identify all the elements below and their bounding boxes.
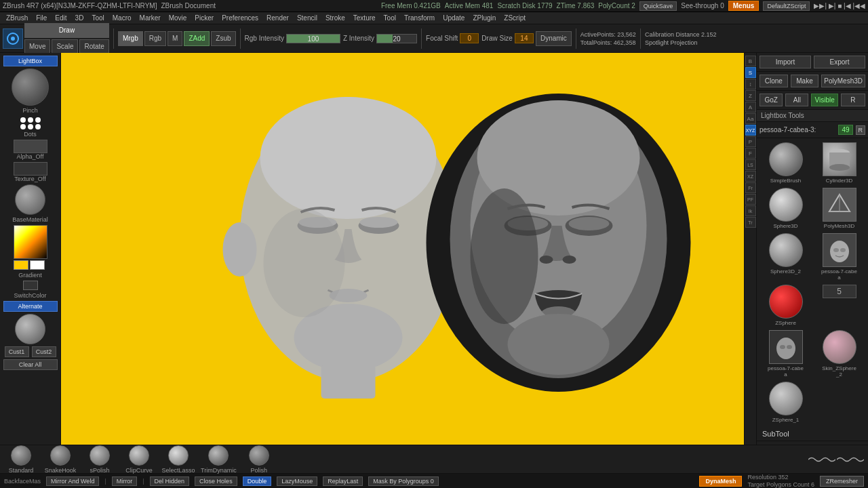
double-button[interactable]: Double (243, 476, 272, 486)
menu-picker[interactable]: Picker (191, 14, 217, 22)
brush-snakehook[interactable]: SnakeHook (43, 445, 77, 474)
menu-edit[interactable]: Edit (52, 14, 70, 22)
move-button[interactable]: Move (24, 39, 50, 54)
zadd-button[interactable]: ZAdd (184, 31, 210, 46)
menu-transform[interactable]: Transform (401, 14, 438, 22)
current-tool-r-btn[interactable]: R (856, 125, 866, 135)
tool-zsphere[interactable]: ZSphere (760, 283, 812, 327)
tool-sphere3d-2[interactable]: Sphere3D_2 (760, 232, 812, 282)
lightbox-button[interactable]: LightBox (3, 56, 58, 66)
side-xyz-btn[interactable]: XYZ (745, 125, 756, 136)
zsub-button[interactable]: Zsub (211, 31, 235, 46)
make-button[interactable]: Make (791, 75, 819, 87)
replay-last-button[interactable]: ReplayLast (323, 476, 363, 486)
visible-button[interactable]: Visible (811, 94, 837, 106)
mask-by-polygroups-button[interactable]: Mask By Polygroups 0 (368, 476, 439, 486)
clear-all-button[interactable]: Clear All (3, 359, 58, 370)
z-intensity-slider[interactable]: 20 (376, 34, 417, 43)
menu-tool[interactable]: Tool (88, 14, 107, 22)
draw-button[interactable]: Draw (24, 23, 109, 38)
rgb-button[interactable]: Rgb (144, 31, 166, 46)
sphere-preview-item[interactable] (15, 314, 45, 344)
side-zoom-btn[interactable]: Z (745, 90, 756, 101)
side-lsym-btn[interactable]: LS (745, 159, 756, 170)
menu-stencil[interactable]: Stencil (294, 14, 321, 22)
rgb-intensity-slider[interactable]: 100 (286, 34, 340, 43)
menu-update[interactable]: Update (439, 14, 468, 22)
pinch-brush-item[interactable]: Pinch (12, 68, 49, 114)
scale-button[interactable]: Scale (52, 39, 78, 54)
alternate-button[interactable]: Alternate (3, 301, 58, 312)
menu-marker[interactable]: Marker (136, 14, 164, 22)
menu-file[interactable]: File (33, 14, 50, 22)
dots-brush-item[interactable]: Dots (20, 116, 41, 138)
mirror-button[interactable]: Mirror (112, 476, 138, 486)
side-inkblk-btn[interactable]: Ik (745, 205, 756, 216)
brush-standard[interactable]: Standard (4, 445, 38, 474)
cust1-button[interactable]: Cust1 (5, 346, 29, 357)
tool-5[interactable]: 5 (813, 283, 865, 327)
menu-zscript[interactable]: ZScript (500, 14, 529, 22)
panel-geometry[interactable]: Geometry (757, 441, 868, 445)
side-floor-btn[interactable]: F (745, 148, 756, 159)
clone-button[interactable]: Clone (760, 75, 788, 87)
brush-polish[interactable]: Polish (242, 445, 276, 474)
quick-save-button[interactable]: QuickSave (639, 1, 677, 11)
texture-item[interactable]: Texture_Off (14, 162, 47, 182)
cust2-button[interactable]: Cust2 (32, 346, 56, 357)
menus-button[interactable]: Menus (728, 1, 760, 11)
tool-face1[interactable]: pessoa-7-cabea (813, 232, 865, 282)
mirror-and-weld-button[interactable]: Mirror And Weld (46, 476, 99, 486)
menu-render[interactable]: Render (263, 14, 292, 22)
tool-cylinder3d[interactable]: Cylinder3D (813, 141, 865, 185)
tool-zsphere1[interactable]: ZSphere_1 (760, 380, 812, 424)
canvas-area[interactable] (61, 53, 744, 445)
dynmesh-button[interactable]: DynaMesh (699, 476, 742, 487)
all-button[interactable]: All (785, 94, 808, 106)
dynamic-button[interactable]: Dynamic (536, 31, 572, 46)
side-best-btn[interactable]: B (745, 56, 756, 66)
tool-face2[interactable]: pessoa-7-cabea (760, 329, 812, 379)
side-xyz2-btn[interactable]: XZ (745, 171, 756, 182)
go2-button[interactable]: GoZ (760, 94, 783, 106)
side-scroll-btn[interactable]: ↕ (745, 79, 756, 89)
polymesh3d-button[interactable]: PolyMesh3D (821, 75, 865, 87)
tool-sphere3d[interactable]: Sphere3D (760, 186, 812, 230)
side-transp-btn[interactable]: Tr (745, 217, 756, 228)
mrgb-button[interactable]: Mrgb (118, 31, 143, 46)
zremesher-button[interactable]: ZRemesher (820, 476, 864, 487)
tool-skin-zsphere[interactable]: Skin_ZSphere_2 (813, 329, 865, 379)
brush-clipcurve[interactable]: ClipCurve (122, 445, 156, 474)
alpha-item[interactable]: Alpha_Off (14, 140, 47, 160)
draw-size-val[interactable]: 14 (515, 33, 534, 43)
side-spix-btn[interactable]: S (745, 67, 756, 78)
menu-zplugin[interactable]: ZPlugin (469, 14, 499, 22)
material-item[interactable]: BaseMaterial (12, 184, 48, 223)
menu-stroke[interactable]: Stroke (322, 14, 349, 22)
lazymouse-button[interactable]: LazyMouse (277, 476, 317, 486)
menu-tool2[interactable]: Tool (380, 14, 399, 22)
export-button[interactable]: Export (814, 56, 865, 68)
brush-selectlasso[interactable]: SelectLasso (161, 445, 195, 474)
draw-icon[interactable] (3, 28, 23, 49)
brush-spolish[interactable]: sPolish (83, 445, 117, 474)
menu-macro[interactable]: Macro (109, 14, 135, 22)
panel-subtool[interactable]: SubTool (757, 427, 868, 441)
del-hidden-button[interactable]: Del Hidden (150, 476, 190, 486)
focal-shift-val[interactable]: 0 (460, 33, 479, 43)
color-swatch-item[interactable] (14, 225, 47, 270)
menu-movie[interactable]: Movie (165, 14, 191, 22)
side-actual-btn[interactable]: A (745, 102, 756, 113)
rotate-button[interactable]: Rotate (79, 39, 108, 54)
menu-preferences[interactable]: Preferences (218, 14, 262, 22)
tool-polymesh3d[interactable]: PolyMesh3D (813, 186, 865, 230)
menu-zbrush[interactable]: ZBrush (3, 14, 31, 22)
side-aahalf-btn[interactable]: Aa (745, 113, 756, 124)
import-button[interactable]: Import (760, 56, 811, 68)
close-holes-button[interactable]: Close Holes (195, 476, 237, 486)
side-frame-btn[interactable]: Fr (745, 182, 756, 193)
tool-simplebrush[interactable]: SimpleBrush (760, 141, 812, 185)
side-polyf-btn[interactable]: PF (745, 194, 756, 205)
menu-texture[interactable]: Texture (350, 14, 379, 22)
r-button[interactable]: R (841, 94, 865, 106)
